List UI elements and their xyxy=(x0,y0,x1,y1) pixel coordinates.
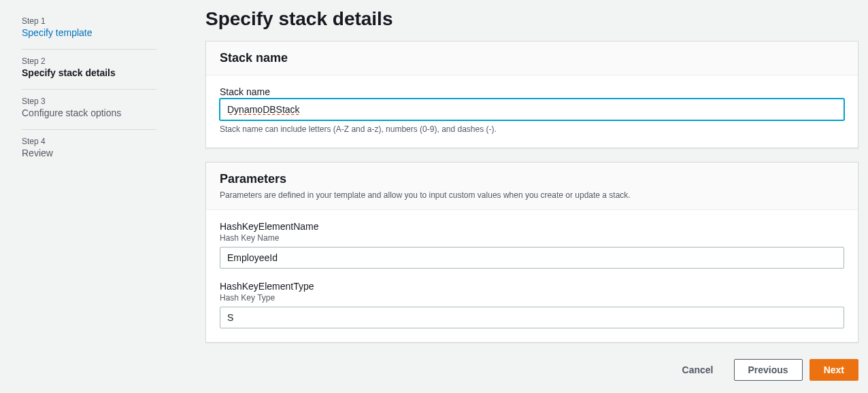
step-4-label: Step 4 xyxy=(22,137,156,146)
cancel-button[interactable]: Cancel xyxy=(669,359,727,381)
parameters-panel-heading: Parameters xyxy=(220,172,844,186)
param-hashkeyname-label: HashKeyElementName xyxy=(220,221,844,232)
step-1-title[interactable]: Specify template xyxy=(22,27,156,38)
step-2: Step 2 Specify stack details xyxy=(22,50,156,90)
step-3-label: Step 3 xyxy=(22,97,156,106)
next-button[interactable]: Next xyxy=(809,359,858,381)
wizard-actions: Cancel Previous Next xyxy=(205,356,858,381)
stack-name-panel: Stack name Stack name Stack name can inc… xyxy=(205,41,858,148)
param-hashkeytype-desc: Hash Key Type xyxy=(220,293,844,303)
param-hashkeyname-input[interactable] xyxy=(220,247,844,269)
stack-name-helper: Stack name can include letters (A-Z and … xyxy=(220,124,844,134)
step-4: Step 4 Review xyxy=(22,130,156,169)
step-2-label: Step 2 xyxy=(22,56,156,66)
parameters-panel: Parameters Parameters are defined in you… xyxy=(205,162,858,343)
step-1[interactable]: Step 1 Specify template xyxy=(22,10,156,50)
step-4-title: Review xyxy=(22,148,156,158)
step-3-title: Configure stack options xyxy=(22,107,156,118)
param-hashkeyname-desc: Hash Key Name xyxy=(220,233,844,243)
step-1-label: Step 1 xyxy=(22,16,156,26)
stack-name-panel-heading: Stack name xyxy=(220,51,844,65)
page-title: Specify stack details xyxy=(205,8,858,30)
wizard-stepper: Step 1 Specify template Step 2 Specify s… xyxy=(0,0,177,381)
previous-button[interactable]: Previous xyxy=(734,359,803,381)
parameters-panel-header: Parameters Parameters are defined in you… xyxy=(206,163,858,210)
stack-name-label: Stack name xyxy=(220,86,844,97)
parameters-panel-subtitle: Parameters are defined in your template … xyxy=(220,190,844,200)
param-hashkeytype-label: HashKeyElementType xyxy=(220,281,844,292)
param-hashkeytype-input[interactable] xyxy=(220,307,844,328)
main-content: Specify stack details Stack name Stack n… xyxy=(177,0,868,381)
step-2-title: Specify stack details xyxy=(22,67,156,78)
stack-name-input[interactable] xyxy=(220,99,844,120)
stack-name-panel-header: Stack name xyxy=(206,41,858,75)
step-3: Step 3 Configure stack options xyxy=(22,90,156,130)
